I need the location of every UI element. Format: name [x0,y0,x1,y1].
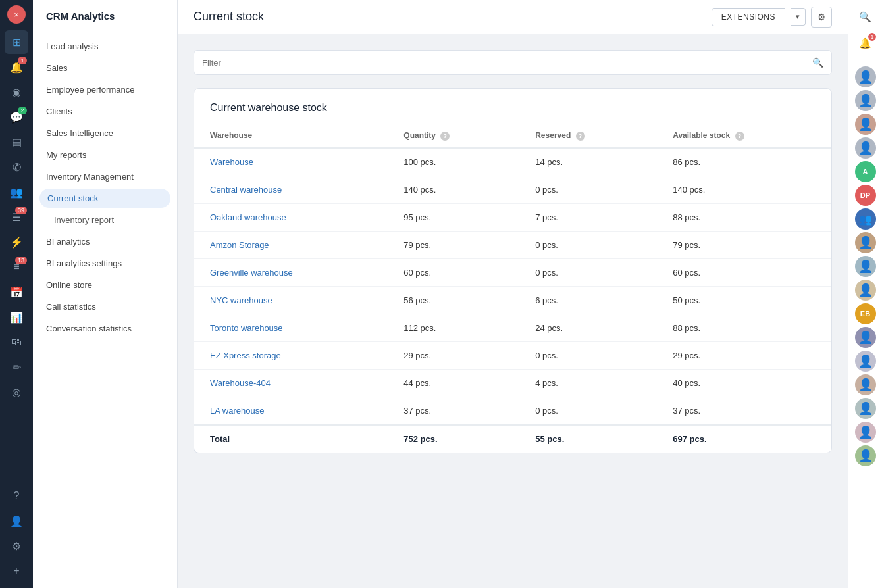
available-cell: 140 pcs. [657,176,831,203]
warehouse-link[interactable]: Central warehouse [194,176,388,203]
rp-bell-icon[interactable]: 🔔 1 [854,32,877,55]
available-cell: 37 pcs. [657,397,831,425]
settings-gear-button[interactable]: ⚙ [811,7,832,28]
plus-icon[interactable]: + [5,559,28,583]
warehouse-link[interactable]: LA warehouse [194,397,388,425]
sidebar-item-clients[interactable]: Clients [33,101,177,122]
available-cell: 79 pcs. [657,231,831,258]
avatar[interactable]: 👤 [855,114,876,135]
user-settings-icon[interactable]: 👤 [5,509,28,533]
warehouse-link[interactable]: Oakland warehouse [194,203,388,231]
warehouse-link[interactable]: Warehouse-404 [194,369,388,397]
sidebar-item-employee-performance[interactable]: Employee performance [33,79,177,101]
avatar[interactable]: 👤 [855,422,876,443]
available-cell: 86 pcs. [657,148,831,176]
total-row: Total 752 pcs. 55 pcs. 697 pcs. [194,425,831,453]
table-card-title: Current warehouse stock [194,89,831,124]
sidebar-item-call-statistics[interactable]: Call statistics [33,296,177,318]
chat-badge: 2 [18,107,27,114]
sidebar-item-bi-analytics[interactable]: BI analytics [33,231,177,253]
avatar[interactable]: 👤 [855,398,876,419]
sidebar-item-sales[interactable]: Sales [33,57,177,79]
avatar[interactable]: DP [855,185,876,206]
sidebar-item-lead-analysis[interactable]: Lead analysis [33,36,177,57]
chat-icon[interactable]: 💬 2 [5,105,28,129]
reserved-cell: 7 pcs. [519,203,657,231]
right-panel: 🔍 🔔 1 👤 👤 👤 👤 A DP 👥 👤 👤 👤 EB 👤 👤 👤 👤 👤 … [848,0,882,588]
tasks-icon[interactable]: ☰ 39 [5,205,28,229]
sidebar-item-inventory-management[interactable]: Inventory Management [33,166,177,187]
avatar[interactable]: A [855,161,876,182]
sidebar-item-conversation-statistics[interactable]: Conversation statistics [33,318,177,339]
sidebar-item-sales-intelligence[interactable]: Sales Intelligence [33,122,177,144]
avatar[interactable]: 👤 [855,374,876,395]
layers-icon[interactable]: ▤ [5,130,28,154]
calendar-icon[interactable]: 📅 [5,280,28,304]
pulse-icon[interactable]: ⚡ [5,230,28,254]
pen-icon[interactable]: ✏ [5,355,28,379]
sidebar-item-bi-analytics-settings[interactable]: BI analytics settings [33,253,177,274]
available-cell: 50 pcs. [657,286,831,314]
sidebar-title: CRM Analytics [33,0,177,30]
warehouse-link[interactable]: Greenville warehouse [194,258,388,286]
warehouse-link[interactable]: NYC warehouse [194,286,388,314]
warehouse-link[interactable]: Warehouse [194,148,388,176]
avatar[interactable]: 👤 [855,351,876,372]
rp-divider [852,61,879,61]
avatar[interactable]: 👤 [855,137,876,159]
quantity-cell: 29 pcs. [388,341,519,369]
quantity-cell: 37 pcs. [388,397,519,425]
warehouse-table: Warehouse Quantity ? Reserved ? Availabl… [194,124,831,453]
quantity-cell: 95 pcs. [388,203,519,231]
chart-icon[interactable]: 📊 [5,305,28,329]
avatar[interactable]: 👤 [855,66,876,87]
table-row: Amzon Storage 79 pcs. 0 pcs. 79 pcs. [194,231,831,258]
quantity-cell: 56 pcs. [388,286,519,314]
gear-bottom-icon[interactable]: ⚙ [5,534,28,558]
main-area: Current stock EXTENSIONS ▾ ⚙ 🔍 Current w… [178,0,848,588]
sidebar-item-current-stock[interactable]: Current stock [39,189,170,208]
avatar[interactable]: 👤 [855,232,876,253]
table-row: Greenville warehouse 60 pcs. 0 pcs. 60 p… [194,258,831,286]
rp-search-icon[interactable]: 🔍 [854,5,877,29]
people-icon[interactable]: 👥 [5,180,28,204]
avatar[interactable]: 👤 [855,445,876,466]
warehouse-link[interactable]: Amzon Storage [194,231,388,258]
available-cell: 88 pcs. [657,314,831,341]
warehouse-link[interactable]: Toronto warehouse [194,314,388,341]
extensions-button[interactable]: EXTENSIONS [712,8,785,26]
available-help-icon[interactable]: ? [735,132,744,141]
shop-icon[interactable]: 🛍 [5,330,28,354]
main-header: Current stock EXTENSIONS ▾ ⚙ [178,0,848,34]
sidebar-item-inventory-report[interactable]: Inventory report [33,209,177,231]
phone-icon[interactable]: ✆ [5,155,28,179]
avatar[interactable]: 👥 [855,208,876,230]
filter-input[interactable] [202,58,812,68]
eye-icon[interactable]: ◉ [5,80,28,104]
close-button[interactable]: × [7,5,26,24]
avatar[interactable]: EB [855,303,876,324]
search-icon: 🔍 [812,57,823,68]
avatar[interactable]: 👤 [855,90,876,111]
sidebar-item-my-reports[interactable]: My reports [33,144,177,166]
table-row: Central warehouse 140 pcs. 0 pcs. 140 pc… [194,176,831,203]
target-icon[interactable]: ◎ [5,380,28,404]
reserved-cell: 0 pcs. [519,258,657,286]
total-available: 697 pcs. [657,425,831,453]
page-title: Current stock [194,10,264,24]
avatar[interactable]: 👤 [855,327,876,348]
bell-icon[interactable]: 🔔 1 [5,55,28,79]
extensions-dropdown-button[interactable]: ▾ [791,8,806,26]
quantity-help-icon[interactable]: ? [440,132,450,141]
sidebar-item-online-store[interactable]: Online store [33,274,177,296]
avatar[interactable]: 👤 [855,256,876,277]
reserved-cell: 0 pcs. [519,176,657,203]
table-row: Toronto warehouse 112 pcs. 24 pcs. 88 pc… [194,314,831,341]
warehouse-link[interactable]: EZ Xpress storage [194,341,388,369]
reserved-help-icon[interactable]: ? [576,132,585,141]
total-quantity: 752 pcs. [388,425,519,453]
avatar[interactable]: 👤 [855,280,876,301]
grid-icon[interactable]: ⊞ [5,30,28,54]
question-icon[interactable]: ? [5,484,28,508]
list-icon[interactable]: ≡ 13 [5,255,28,279]
